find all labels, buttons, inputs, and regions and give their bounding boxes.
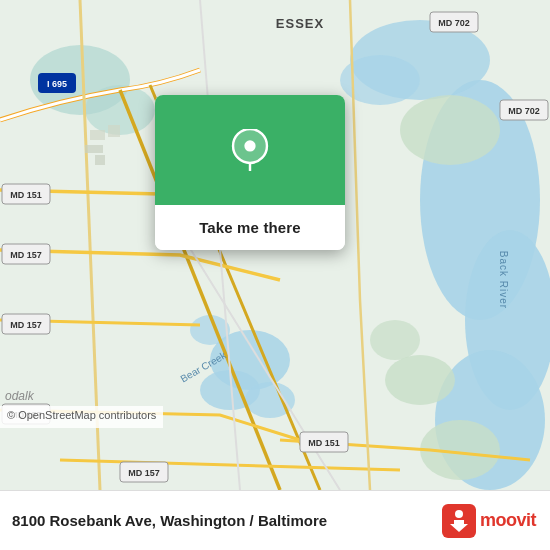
svg-rect-39 — [85, 145, 103, 153]
svg-text:Back River: Back River — [498, 251, 509, 309]
moovit-logo: moovit — [442, 504, 536, 538]
svg-rect-37 — [90, 130, 105, 140]
svg-rect-40 — [95, 155, 105, 165]
svg-text:MD 157: MD 157 — [10, 320, 42, 330]
svg-text:MD 157: MD 157 — [128, 468, 160, 478]
moovit-icon — [442, 504, 476, 538]
map-container[interactable]: I 695 MD 702 MD 702 MD 151 MD 157 MD 157… — [0, 0, 550, 490]
svg-point-11 — [385, 355, 455, 405]
svg-point-12 — [370, 320, 420, 360]
popup-green-header — [155, 95, 345, 205]
svg-point-46 — [455, 510, 463, 518]
svg-text:odalk: odalk — [5, 389, 35, 403]
svg-text:MD 157: MD 157 — [10, 250, 42, 260]
svg-text:MD 151: MD 151 — [308, 438, 340, 448]
svg-text:MD 702: MD 702 — [508, 106, 540, 116]
svg-text:I 695: I 695 — [47, 79, 67, 89]
svg-point-44 — [244, 140, 255, 151]
moovit-wordmark: moovit — [480, 510, 536, 531]
svg-text:MD 151: MD 151 — [10, 190, 42, 200]
take-me-there-button[interactable]: Take me there — [155, 205, 345, 250]
attribution-text: © OpenStreetMap contributors — [7, 409, 156, 421]
svg-text:ESSEX: ESSEX — [276, 16, 324, 31]
svg-text:MD 702: MD 702 — [438, 18, 470, 28]
map-attribution: © OpenStreetMap contributors — [0, 406, 163, 428]
bottom-bar: 8100 Rosebank Ave, Washington / Baltimor… — [0, 490, 550, 550]
svg-point-10 — [400, 95, 500, 165]
address-label: 8100 Rosebank Ave, Washington / Baltimor… — [12, 512, 442, 529]
svg-rect-38 — [108, 125, 120, 137]
location-pin-icon — [229, 129, 271, 171]
popup-card: Take me there — [155, 95, 345, 250]
